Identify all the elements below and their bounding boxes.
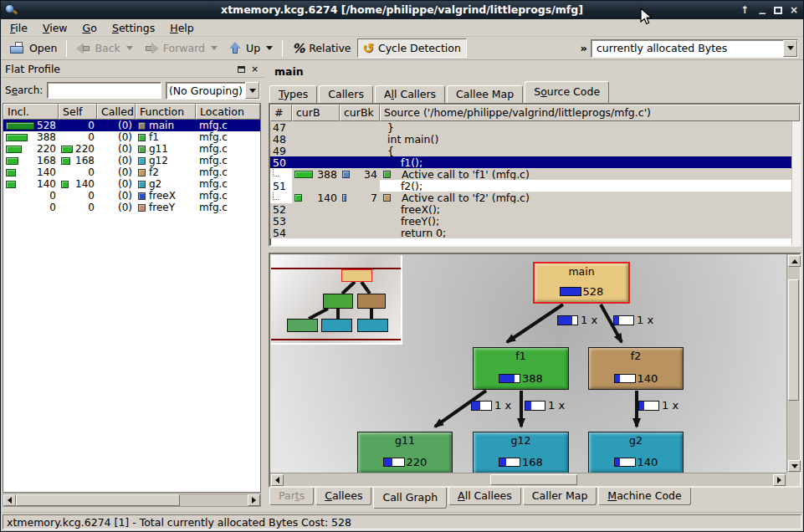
call-graph-node[interactable]: f1 388 xyxy=(473,347,569,390)
graph-horizontal-scrollbar[interactable] xyxy=(270,473,786,486)
column-header-incl[interactable]: Incl. xyxy=(3,104,59,120)
column-header-line[interactable]: # xyxy=(270,105,292,121)
menu-item[interactable]: File xyxy=(3,20,35,36)
source-line-row[interactable]: 52 freeX(); xyxy=(270,203,800,215)
horizontal-scrollbar[interactable] xyxy=(3,494,261,507)
source-line-row[interactable]: 50 f1(); xyxy=(270,156,800,168)
column-header-called[interactable]: Called xyxy=(97,104,136,120)
source-line-row[interactable]: 140 7 Active call to 'f2' (mfg.c) xyxy=(270,192,800,203)
percent-icon: % xyxy=(292,41,305,56)
curB-cell xyxy=(292,133,340,145)
scrollbar-thumb[interactable] xyxy=(788,279,799,401)
combo-dropdown-button[interactable] xyxy=(783,40,797,57)
graph-vertical-scrollbar[interactable] xyxy=(786,254,800,473)
column-header-location[interactable]: Location xyxy=(196,104,260,120)
close-button[interactable]: × xyxy=(788,4,800,16)
shade-button[interactable]: ↑ xyxy=(739,4,750,16)
combo-dropdown-button[interactable] xyxy=(245,82,259,99)
event-type-select[interactable]: currently allocated Bytes xyxy=(591,39,798,58)
detail-tab[interactable]: Source Code xyxy=(525,81,609,103)
incl-cell: 168 xyxy=(3,155,59,166)
maximize-button[interactable] xyxy=(774,7,782,14)
edge-cost-bar xyxy=(525,401,545,411)
edge-call-count-label: 1 x xyxy=(638,399,679,412)
cycle-detection-toggle-button[interactable]: ↺ Cycle Detection xyxy=(357,38,467,58)
menu-item[interactable]: Go xyxy=(75,20,105,36)
call-graph-node[interactable]: g2 140 xyxy=(588,432,684,473)
dock-float-button[interactable] xyxy=(236,64,247,74)
graph-overview-minimap[interactable] xyxy=(271,255,402,345)
menu-item[interactable]: Help xyxy=(162,20,202,36)
function-row[interactable]: 388 0 (0) f1 mfg.c xyxy=(3,131,260,143)
scroll-left-button[interactable] xyxy=(271,474,284,486)
function-row[interactable]: 140 0 (0) f2 mfg.c xyxy=(3,166,260,178)
call-graph-node[interactable]: main 528 xyxy=(533,262,630,304)
up-button[interactable]: Up xyxy=(223,38,279,58)
titlebar[interactable]: xtmemory.kcg.6274 [/home/philippe/valgri… xyxy=(1,1,803,19)
back-button[interactable]: Back xyxy=(70,38,138,58)
function-row[interactable]: 0 0 (0) freeX mfg.c xyxy=(3,190,260,202)
function-row[interactable]: 168 168 (0) g12 mfg.c xyxy=(3,155,260,166)
function-row[interactable]: 0 0 (0) freeY mfg.c xyxy=(3,202,260,213)
scroll-right-button[interactable] xyxy=(248,494,260,506)
toolbar-overflow-button[interactable]: » xyxy=(581,42,587,54)
detail-tab[interactable]: Callers xyxy=(319,85,373,103)
scrollbar-thumb[interactable] xyxy=(16,494,180,506)
curBk-cell xyxy=(340,121,380,133)
source-text-cell: { xyxy=(380,145,800,156)
source-scrollbar[interactable] xyxy=(791,121,800,247)
column-header-source[interactable]: Source ('/home/philippe/valgrind/littlep… xyxy=(380,105,800,121)
dock-close-button[interactable]: × xyxy=(249,64,260,74)
source-line-row[interactable]: 53 freeY(); xyxy=(270,215,800,227)
open-button[interactable]: Open xyxy=(4,38,63,58)
call-graph-viewport[interactable]: main 528 f1 388 xyxy=(270,254,786,473)
function-row[interactable]: 220 220 (0) g11 mfg.c xyxy=(3,143,260,155)
column-header-curBk[interactable]: curBk xyxy=(340,105,380,121)
bottom-tab[interactable]: Machine Code xyxy=(598,488,690,505)
bottom-tab[interactable]: Parts xyxy=(269,488,314,505)
tree-dots-icon xyxy=(273,192,279,200)
source-line-row[interactable]: 51 f2(); xyxy=(270,180,800,192)
call-graph-node[interactable]: f2 140 xyxy=(588,347,684,390)
forward-button[interactable]: Forward xyxy=(139,38,223,58)
detail-tab[interactable]: Callee Map xyxy=(447,85,523,103)
column-header-self[interactable]: Self xyxy=(59,104,97,120)
scroll-down-button[interactable] xyxy=(788,460,801,472)
function-row[interactable]: 528 0 (0) main mfg.c xyxy=(3,120,260,131)
edge-cost-bar xyxy=(638,401,659,411)
curBk-cell: 34 xyxy=(340,168,380,180)
bottom-tab[interactable]: Callees xyxy=(315,488,371,505)
cost-bar xyxy=(6,122,34,130)
menu-item[interactable]: View xyxy=(35,20,75,36)
up-dropdown-icon xyxy=(266,46,273,50)
search-input[interactable] xyxy=(47,82,161,99)
source-line-row[interactable]: 388 34 Active call to 'f1' (mfg.c) xyxy=(270,168,800,180)
scroll-left-button[interactable] xyxy=(3,494,16,506)
bottom-tab[interactable]: Call Graph xyxy=(373,488,447,509)
scroll-up-button[interactable] xyxy=(788,255,801,267)
function-row[interactable]: 140 140 (0) g2 mfg.c xyxy=(3,178,260,190)
column-header-function[interactable]: Function xyxy=(136,104,196,120)
call-graph-node[interactable]: g11 220 xyxy=(357,432,453,473)
column-header-curB[interactable]: curB xyxy=(292,105,340,121)
source-line-row[interactable]: 49 { xyxy=(270,145,800,156)
source-line-row[interactable]: 47 } xyxy=(270,121,800,133)
relative-toggle-button[interactable]: % Relative xyxy=(286,38,356,59)
cost-bar xyxy=(6,181,16,188)
source-line-row[interactable]: 54 return 0; xyxy=(270,227,800,238)
minimize-button[interactable]: − xyxy=(756,8,768,19)
bottom-tab[interactable]: Caller Map xyxy=(523,488,597,505)
grouping-select[interactable]: (No Grouping) xyxy=(166,82,260,100)
scroll-right-button[interactable] xyxy=(773,474,786,486)
dock-titlebar[interactable]: Flat Profile × xyxy=(2,61,264,78)
detail-tab[interactable]: Types xyxy=(269,85,317,103)
scrollbar-thumb[interactable] xyxy=(490,474,577,485)
bottom-tab[interactable]: All Callees xyxy=(448,488,521,505)
node-cost-bar xyxy=(614,458,636,467)
detail-tab[interactable]: All Callers xyxy=(375,85,445,103)
menu-item[interactable]: Settings xyxy=(105,20,162,36)
toolbar: Open Back Forward Up % Relative ↺ Cycle … xyxy=(1,37,803,60)
call-graph-node[interactable]: g12 168 xyxy=(473,432,569,473)
source-line-row[interactable]: 48 int main() xyxy=(270,133,800,145)
location-cell: mfg.c xyxy=(196,190,260,202)
